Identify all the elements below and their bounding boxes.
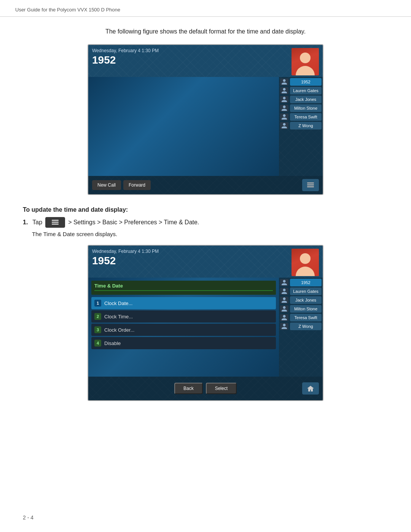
phone-datetime-2: Wednesday, February 4 1:30 PM	[92, 249, 159, 254]
contact-icon	[280, 288, 288, 295]
contact-icon	[280, 78, 288, 85]
contact-name[interactable]: Teresa Swift	[290, 314, 322, 321]
contact-icon	[280, 87, 288, 94]
phone-screen-2: Wednesday, February 4 1:30 PM 1952 Time …	[88, 245, 323, 401]
contact-name[interactable]: Milton Stone	[290, 104, 322, 112]
section-heading: To update the time and date display: 1. …	[23, 206, 388, 237]
menu-label-2: Clock Time...	[104, 314, 133, 320]
step-number: 1.	[23, 219, 28, 226]
contact-name[interactable]: Jack Jones	[290, 96, 322, 103]
forward-button[interactable]: Forward	[123, 180, 151, 190]
svg-rect-0	[307, 182, 314, 184]
phone-body-2: Time & Date 1 Clock Date... 2 Clock Time…	[88, 278, 323, 377]
step1-description: The Time & Date screen displays.	[23, 231, 388, 237]
footer-buttons-1: New Call Forward	[92, 180, 151, 190]
avatar-1	[292, 48, 319, 75]
contact-icon	[280, 297, 288, 304]
tap-instruction: 1. Tap > Settings > Basic > Preferences …	[23, 217, 388, 228]
contact-icon	[280, 96, 288, 103]
menu-num-3: 3	[94, 326, 101, 333]
list-item[interactable]: 1952	[280, 78, 322, 86]
contact-name[interactable]: Lauren Gates	[290, 87, 322, 94]
header-title: User Guide for the Polycom VVX 1500 D Ph…	[15, 7, 120, 13]
svg-rect-4	[52, 222, 59, 223]
contact-icon	[280, 279, 288, 286]
contact-name[interactable]: Z Wong	[290, 323, 322, 330]
list-item[interactable]: Z Wong	[280, 323, 322, 330]
page-header: User Guide for the Polycom VVX 1500 D Ph…	[0, 0, 411, 17]
phone-footer-2: Back Select	[88, 377, 323, 400]
contact-icon	[280, 314, 288, 321]
phone-header-1: Wednesday, February 4 1:30 PM 1952	[88, 45, 323, 77]
menu-item-2[interactable]: 2 Clock Time...	[91, 310, 276, 323]
menu-item-1[interactable]: 1 Clock Date...	[91, 297, 276, 309]
menu-icon-button[interactable]	[302, 179, 319, 191]
menu-num-4: 4	[94, 340, 101, 347]
phone-sidebar-1: 1952 Lauren Gates Jack Jones	[279, 77, 323, 176]
phone-extension-1: 1952	[92, 54, 159, 66]
contact-name[interactable]: Milton Stone	[290, 305, 322, 313]
list-item[interactable]: Jack Jones	[280, 296, 322, 304]
phone-extension-2: 1952	[92, 255, 159, 267]
intro-text: The following figure shows the default f…	[23, 28, 388, 35]
list-item[interactable]: Milton Stone	[280, 305, 322, 313]
menu-item-3[interactable]: 3 Clock Order...	[91, 324, 276, 336]
svg-rect-2	[307, 186, 314, 187]
section-title: To update the time and date display:	[23, 206, 388, 213]
list-item[interactable]: Lauren Gates	[280, 288, 322, 295]
menu-num-2: 2	[94, 313, 101, 320]
contact-name[interactable]: Jack Jones	[290, 296, 322, 304]
contact-name[interactable]: Z Wong	[290, 122, 322, 129]
menu-icon-inline	[45, 217, 65, 228]
menu-items-list: 1 Clock Date... 2 Clock Time... 3 Clock …	[88, 297, 279, 349]
svg-rect-1	[307, 184, 314, 185]
menu-label-4: Disable	[104, 340, 121, 346]
menu-divider	[94, 290, 273, 291]
home-btn-container	[240, 382, 319, 395]
svg-rect-3	[52, 220, 59, 221]
svg-rect-5	[52, 224, 59, 225]
contact-name[interactable]: 1952	[290, 279, 322, 286]
contact-name[interactable]: Lauren Gates	[290, 288, 322, 295]
menu-panel: Time & Date	[91, 281, 276, 295]
phone-sidebar-2: 1952 Lauren Gates Jack Jones	[279, 278, 323, 377]
phone-main-display-2: Time & Date 1 Clock Date... 2 Clock Time…	[88, 278, 279, 377]
contact-name[interactable]: 1952	[290, 78, 322, 86]
back-select-buttons: Back Select	[171, 380, 240, 397]
phone-main-display-1	[88, 77, 279, 176]
phone-header-2: Wednesday, February 4 1:30 PM 1952	[88, 246, 323, 278]
step1-suffix: > Settings > Basic > Preferences > Time …	[68, 219, 199, 226]
list-item[interactable]: Teresa Swift	[280, 113, 322, 121]
contact-icon	[280, 105, 288, 112]
new-call-button[interactable]: New Call	[92, 180, 121, 190]
list-item[interactable]: Lauren Gates	[280, 87, 322, 94]
menu-label-1: Clock Date...	[104, 300, 132, 306]
menu-panel-title: Time & Date	[94, 283, 273, 289]
phone-screen-1: Wednesday, February 4 1:30 PM 1952	[88, 44, 323, 195]
contact-icon	[280, 305, 288, 312]
list-item[interactable]: 1952	[280, 279, 322, 286]
page-number: 2 - 4	[23, 514, 33, 521]
list-item[interactable]: Z Wong	[280, 122, 322, 129]
menu-label-3: Clock Order...	[104, 327, 134, 333]
phone-body-1: 1952 Lauren Gates Jack Jones	[88, 77, 323, 176]
contact-icon	[280, 323, 288, 330]
select-button[interactable]: Select	[206, 383, 237, 394]
contact-name[interactable]: Teresa Swift	[290, 113, 322, 121]
back-button[interactable]: Back	[174, 383, 203, 394]
list-item[interactable]: Teresa Swift	[280, 314, 322, 321]
tap-label: Tap	[32, 219, 42, 226]
list-item[interactable]: Milton Stone	[280, 104, 322, 112]
menu-item-4[interactable]: 4 Disable	[91, 337, 276, 349]
phone-datetime-1: Wednesday, February 4 1:30 PM	[92, 48, 159, 53]
home-button[interactable]	[302, 382, 319, 395]
phone-footer-1: New Call Forward	[88, 176, 323, 194]
list-item[interactable]: Jack Jones	[280, 96, 322, 103]
menu-num-1: 1	[94, 300, 101, 307]
avatar-2	[292, 249, 319, 276]
contact-icon	[280, 122, 288, 129]
contact-icon	[280, 113, 288, 120]
